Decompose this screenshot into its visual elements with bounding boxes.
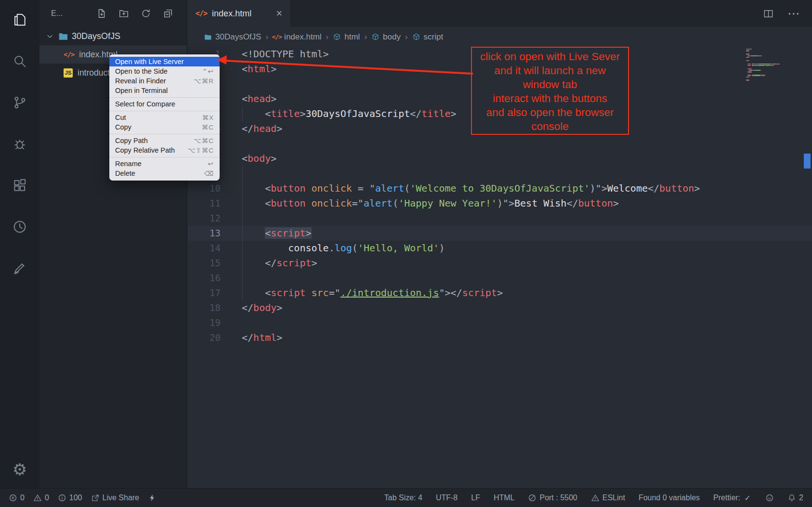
tab-index-html[interactable]: </> index.html ×: [188, 0, 290, 27]
indent-guide: [242, 166, 243, 300]
minimap-line: [746, 70, 801, 71]
minimap-line: [746, 50, 801, 51]
source-control-icon[interactable]: [8, 91, 32, 115]
minimap-line: [746, 53, 801, 54]
code-line-15[interactable]: 15 </script>: [188, 256, 812, 271]
explorer-icon[interactable]: [8, 8, 32, 32]
menu-item-copy-path[interactable]: Copy Path⌥⌘C: [109, 136, 220, 145]
code-token: script: [462, 287, 497, 299]
menu-item-shortcut: ⌘C: [202, 123, 214, 131]
breadcrumb-index.html[interactable]: </>index.html: [273, 32, 321, 42]
menu-item-open-in-terminal[interactable]: Open in Terminal: [109, 86, 220, 95]
code-line-11[interactable]: 11 <button onclick="alert('Happy New Yea…: [188, 196, 812, 211]
extensions-icon[interactable]: [8, 173, 32, 197]
minimap-line: [746, 60, 801, 61]
quick-action-status[interactable]: [148, 494, 157, 502]
menu-item-label: Cut: [115, 114, 126, 121]
code-line-13[interactable]: 13 <script>: [188, 226, 812, 241]
notifications-status[interactable]: 2: [787, 494, 803, 502]
variables-status[interactable]: Found 0 variables: [639, 494, 700, 502]
code-token: script: [276, 257, 311, 269]
menu-item-delete[interactable]: Delete⌫: [109, 169, 220, 178]
eslint-status[interactable]: ESLint: [591, 494, 625, 502]
menu-item-label: Open with Live Server: [115, 58, 184, 65]
root-folder-label: 30DaysOfJS: [72, 31, 120, 41]
code-line-17[interactable]: 17 <script src="./introduction.js"></scr…: [188, 286, 812, 300]
encoding-status[interactable]: UTF-8: [436, 494, 458, 502]
code-token: [305, 287, 311, 299]
language-status[interactable]: HTML: [494, 494, 515, 502]
minimap[interactable]: [746, 49, 801, 81]
code-token: (: [352, 242, 358, 254]
eol-status[interactable]: LF: [471, 494, 480, 502]
line-number: 20: [188, 330, 221, 345]
code-line-19[interactable]: 19: [188, 315, 812, 330]
code-token: <: [265, 182, 271, 194]
menu-item-cut[interactable]: Cut⌘X: [109, 113, 220, 122]
prettier-status[interactable]: Prettier:✓: [713, 494, 752, 502]
menu-item-label: Select for Compare: [115, 100, 175, 108]
line-content: <button onclick = "alert('Welcome to 30D…: [242, 181, 700, 196]
menu-item-rename[interactable]: Rename↩: [109, 159, 220, 169]
breadcrumb-script[interactable]: script: [412, 32, 444, 42]
menu-item-copy[interactable]: Copy⌘C: [109, 122, 220, 132]
info-status[interactable]: 100: [58, 494, 82, 502]
menu-item-copy-relative-path[interactable]: Copy Relative Path⌥⇧⌘C: [109, 145, 220, 155]
feedback-smiley-status[interactable]: [765, 494, 774, 502]
status-bar: 00100Live Share Tab Size: 4UTF-8LFHTMLPo…: [0, 488, 812, 507]
code-line-18[interactable]: 18</body>: [188, 300, 812, 315]
code-token: [305, 182, 311, 194]
code-token: src: [312, 287, 329, 299]
history-icon[interactable]: [8, 215, 32, 239]
settings-gear-icon[interactable]: ⚙: [8, 457, 32, 481]
tree-root-folder[interactable]: 30DaysOfJS: [39, 27, 187, 45]
menu-item-reveal-in-finder[interactable]: Reveal in Finder⌥⌘R: [109, 76, 220, 86]
code-token: alert: [364, 197, 393, 209]
refresh-explorer-icon[interactable]: [141, 8, 151, 19]
split-editor-icon[interactable]: [763, 8, 774, 19]
more-actions-icon[interactable]: ⋯: [788, 8, 799, 19]
code-line-8[interactable]: 8<body>: [188, 151, 812, 166]
menu-item-open-to-the-side[interactable]: Open to the Side⌃↩: [109, 66, 220, 76]
minimap-line: [746, 68, 801, 69]
code-token: ): [439, 242, 445, 254]
explorer-toolbar: [96, 8, 179, 19]
menu-item-label: Reveal in Finder: [115, 77, 166, 85]
code-line-7[interactable]: 7: [188, 136, 812, 151]
line-content: </script>: [242, 256, 317, 271]
code-line-12[interactable]: 12: [188, 211, 812, 226]
search-icon[interactable]: [8, 49, 32, 73]
code-token: >: [271, 93, 276, 104]
code-line-14[interactable]: 14 console.log('Hello, World'): [188, 241, 812, 256]
new-file-icon[interactable]: [96, 8, 107, 19]
collapse-folders-icon[interactable]: [163, 8, 173, 19]
code-line-20[interactable]: 20</html>: [188, 330, 812, 345]
code-token: log: [335, 242, 352, 254]
errors-status[interactable]: 0: [9, 494, 25, 502]
code-line-10[interactable]: 10 <button onclick = "alert('Welcome to …: [188, 181, 812, 196]
code-token: >: [694, 182, 700, 194]
breadcrumb-30DaysOfJS[interactable]: 30DaysOfJS: [204, 32, 261, 42]
breadcrumb-body[interactable]: body: [371, 32, 401, 42]
warnings-status[interactable]: 0: [33, 494, 49, 502]
explorer-panel-header: E...: [39, 0, 187, 27]
feedback-pen-icon[interactable]: [8, 256, 32, 280]
menu-item-select-for-compare[interactable]: Select for Compare: [109, 99, 220, 109]
line-content: </body>: [242, 300, 282, 315]
line-number: 19: [188, 315, 221, 330]
breadcrumb-label: index.html: [284, 32, 321, 42]
code-token: >: [276, 123, 282, 134]
new-folder-icon[interactable]: [118, 8, 129, 19]
port-status[interactable]: Port : 5500: [528, 494, 577, 502]
tab-size-status[interactable]: Tab Size: 4: [384, 494, 422, 502]
breadcrumb-html[interactable]: html: [333, 32, 360, 42]
live-share-status[interactable]: Live Share: [91, 494, 140, 502]
code-line-9[interactable]: 9: [188, 166, 812, 181]
code-line-16[interactable]: 16: [188, 271, 812, 286]
code-token: </: [242, 302, 253, 313]
code-token: >: [509, 197, 514, 209]
breadcrumb-separator: ›: [364, 32, 367, 42]
run-debug-icon[interactable]: [8, 132, 32, 156]
tab-close-icon[interactable]: ×: [276, 8, 282, 19]
menu-item-open-with-live-server[interactable]: Open with Live Server: [109, 57, 220, 66]
